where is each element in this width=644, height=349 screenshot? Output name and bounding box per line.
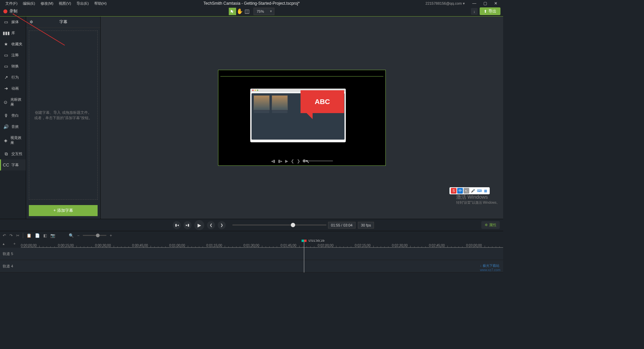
zoom-in-button[interactable]: + <box>110 233 112 238</box>
add-caption-button[interactable]: + 添加字幕 <box>29 205 98 216</box>
sidebar-item-6[interactable]: ➜动画 <box>0 83 26 94</box>
prev-frame-button[interactable]: ◂▮ <box>271 159 275 163</box>
sidebar-item-10[interactable]: ◈视觉效果 <box>0 132 26 148</box>
add-track-button[interactable]: + <box>13 242 15 246</box>
sidebar-item-7[interactable]: ⊙光标效果 <box>0 94 26 110</box>
ime-sogou-icon[interactable]: S <box>451 188 457 194</box>
crop-tool[interactable]: ◫ <box>244 8 251 15</box>
ime-punct-icon[interactable]: •, <box>464 188 469 194</box>
menu-view[interactable]: 视图(V) <box>56 0 74 7</box>
sidebar-item-9[interactable]: 🔊音效 <box>0 121 26 132</box>
properties-button[interactable]: ✲属性 <box>481 221 500 229</box>
menu-file[interactable]: 文件(F) <box>3 0 20 7</box>
playback-slider[interactable] <box>232 225 326 226</box>
panel-title: 字幕 <box>36 19 100 25</box>
track-label-5[interactable]: 轨道 5 <box>0 248 21 260</box>
skip-fwd-button[interactable]: ▸▮ <box>183 221 192 229</box>
redo-button[interactable]: ↷ <box>9 233 13 238</box>
share-icon: ⬆ <box>484 9 487 14</box>
ime-toolbar[interactable]: S 中 •, 🎤 ⌨ ▦ <box>449 187 490 194</box>
sidebar-label: 库 <box>11 31 15 36</box>
cursor-icon: ↖ <box>306 159 310 164</box>
account-label[interactable]: 2215788156@qq.com ▾ <box>426 1 465 6</box>
snapshot-button[interactable]: 📷 <box>50 233 55 238</box>
sidebar-item-12[interactable]: CC字幕 <box>0 159 26 170</box>
sidebar-item-2[interactable]: ★收藏夹 <box>0 39 26 50</box>
ruler-tick: 0:01:30;00 <box>244 244 259 247</box>
sidebar-item-1[interactable]: ▮▮▮库 <box>0 28 26 39</box>
ruler-tick: 0:02:45;00 <box>429 244 445 247</box>
cut-button[interactable]: ✂ <box>16 233 19 238</box>
panel-settings-icon[interactable]: ✲ <box>26 19 36 24</box>
timeline-ruler[interactable]: 0:00:00;000:00:15;000:00:30;000:00:45;00… <box>21 243 503 248</box>
time-display: 01:55 / 03:04 <box>328 222 356 229</box>
ime-mic-icon[interactable]: 🎤 <box>470 188 476 194</box>
sidebar-item-3[interactable]: ▭注释 <box>0 50 26 61</box>
ruler-tick: 0:02:00;00 <box>318 244 333 247</box>
ime-lang-icon[interactable]: 中 <box>457 188 463 194</box>
sidebar-item-11[interactable]: ⧉交互性 <box>0 148 26 159</box>
sidebar-label: 动画 <box>11 86 19 91</box>
sidebar-label: 视觉效果 <box>10 135 22 145</box>
track-label-4[interactable]: 轨道 4 <box>0 260 21 272</box>
canvas-frame[interactable]: ABC ◂▮ ▮▸ ▶ ❮ ❯ ↖ <box>218 70 386 166</box>
menu-help[interactable]: 帮助(H) <box>92 0 109 7</box>
callout-annotation[interactable]: ABC <box>301 90 344 113</box>
undo-button[interactable]: ↶ <box>3 233 6 238</box>
timeline: ▴+ 0:00:00;000:00:15;000:00:30;000:00:45… <box>0 240 503 272</box>
sidebar-icon: CC <box>3 163 9 167</box>
sidebar-item-8[interactable]: 🎙旁白 <box>0 110 26 121</box>
ruler-tick: 0:03:00;00 <box>466 244 482 247</box>
paste-button[interactable]: 📄 <box>35 233 40 238</box>
canvas-back-button[interactable]: ❮ <box>291 159 294 163</box>
tracks-area <box>21 248 503 272</box>
canvas-fwd-button[interactable]: ❯ <box>297 159 300 163</box>
select-tool[interactable] <box>229 8 236 15</box>
panel-message: 创建字幕、导入 或拖放标题文件。或者，单击下面的"添加字幕"按钮。 <box>29 110 97 121</box>
sidebar-label: 注释 <box>11 53 19 58</box>
export-button[interactable]: ⬆导出 <box>480 7 500 15</box>
hand-tool[interactable]: ✋ <box>236 8 244 15</box>
ruler-tick: 0:02:30;00 <box>392 244 408 247</box>
prev-button[interactable]: ❮ <box>207 221 215 229</box>
track-5[interactable] <box>21 248 503 260</box>
sidebar-label: 交互性 <box>11 151 22 156</box>
gear-icon: ✲ <box>485 223 488 227</box>
sidebar-item-4[interactable]: ▭转换 <box>0 61 26 72</box>
split-button[interactable]: ◧ <box>43 233 47 238</box>
sidebar-label: 旁白 <box>11 113 19 118</box>
maximize-button[interactable]: ▢ <box>480 1 490 6</box>
selection-guide <box>220 76 383 77</box>
minimize-button[interactable]: — <box>470 1 479 6</box>
zoom-search-icon: 🔍 <box>69 233 74 238</box>
copy-button[interactable]: 📋 <box>26 233 32 238</box>
timeline-zoom-slider[interactable] <box>83 235 106 236</box>
record-dot-icon <box>3 9 7 13</box>
zoom-out-button[interactable]: − <box>77 233 79 238</box>
play-button[interactable]: ▶ <box>194 220 204 230</box>
canvas-playback-controls: ◂▮ ▮▸ ▶ ❮ ❯ <box>271 159 333 163</box>
sidebar-item-0[interactable]: ▭媒体 <box>0 16 26 28</box>
record-button[interactable]: 录制 <box>0 8 21 14</box>
menu-export[interactable]: 导出(E) <box>74 0 92 7</box>
ime-grid-icon[interactable]: ▦ <box>483 188 488 194</box>
canvas-play-button[interactable]: ▶ <box>285 159 288 163</box>
next-button[interactable]: ❯ <box>218 221 226 229</box>
fps-display: 30 fps <box>358 222 374 229</box>
menu-edit[interactable]: 编辑(E) <box>20 0 38 7</box>
close-button[interactable]: ✕ <box>491 1 500 6</box>
ruler-tick: 0:00:45;00 <box>132 244 148 247</box>
sidebar-label: 光标效果 <box>10 97 22 107</box>
zoom-select[interactable]: 75% <box>254 8 274 15</box>
playhead[interactable] <box>304 240 304 272</box>
menu-modify[interactable]: 修改(M) <box>38 0 56 7</box>
site-watermark: ↓ 极光下载站www.xz7.com <box>480 263 500 272</box>
download-button[interactable]: ↓ <box>471 8 478 15</box>
sidebar-item-5[interactable]: ↗行为 <box>0 72 26 83</box>
skip-back-button[interactable]: ▮◂ <box>173 221 181 229</box>
caption-dropzone[interactable]: 创建字幕、导入 或拖放标题文件。或者，单击下面的"添加字幕"按钮。 <box>29 31 98 200</box>
ime-keyboard-icon[interactable]: ⌨ <box>476 188 482 194</box>
track-4[interactable] <box>21 260 503 272</box>
expand-up-icon[interactable]: ▴ <box>3 242 5 246</box>
next-frame-button[interactable]: ▮▸ <box>278 159 282 163</box>
